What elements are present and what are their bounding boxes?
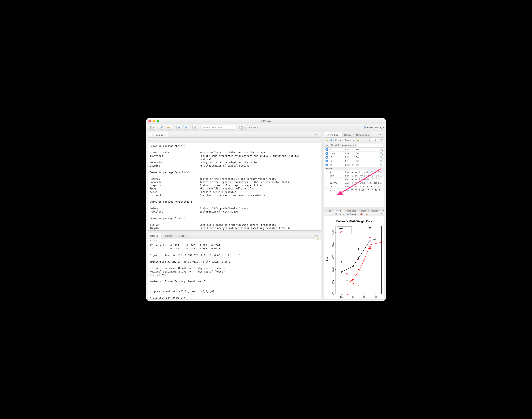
tab-viewer[interactable]: Viewer [368, 210, 380, 212]
env-var-name: z.o4 [329, 152, 344, 155]
plus-circle-icon [150, 126, 152, 129]
inspect-icon[interactable]: 🔍 [380, 160, 383, 162]
tab-help[interactable]: Help [359, 210, 368, 212]
import-dataset-button[interactable]: Import Dataset ▾ [334, 138, 355, 142]
folder-open-icon [167, 126, 170, 129]
dropdown-arrow-icon: ▾ [171, 126, 172, 129]
plot-area: Dobson's Birth Weight Data35373941240026… [324, 216, 384, 300]
env-data-row[interactable]: ▸zzList of 30🔍 [324, 163, 384, 167]
expand-icon[interactable]: ▸ [325, 160, 328, 162]
minimize-pane-icon[interactable] [382, 210, 383, 211]
console-content[interactable]: (Intercept) 0.1231 0.1140 1.080 0.2801 g… [148, 243, 321, 299]
svg-rect-28 [336, 226, 382, 294]
env-scope-button[interactable]: Global Environment ▾ [329, 143, 352, 147]
tab-connections[interactable]: Connections [354, 132, 371, 137]
minimize-pane-icon[interactable] [315, 134, 317, 135]
addins-button[interactable]: Addins ▾ [248, 125, 259, 130]
close-tab-icon[interactable]: × [185, 235, 187, 237]
minimize-pane-icon[interactable] [315, 235, 317, 236]
close-tab-icon[interactable]: × [164, 134, 165, 136]
refresh-icon[interactable] [380, 213, 383, 216]
grid-button[interactable]: ▾ [239, 125, 247, 130]
new-project-button[interactable] [159, 125, 164, 130]
path-arrow-icon[interactable]: ⟹ [153, 239, 157, 242]
tab-plots[interactable]: Plots [334, 210, 344, 212]
minimize-pane-icon[interactable] [379, 134, 381, 135]
tab-jobs[interactable]: Jobs× [177, 233, 189, 238]
new-file-button[interactable]: ▾ [148, 125, 155, 130]
svg-rect-11 [241, 126, 242, 127]
tab-console[interactable]: Console [148, 233, 161, 238]
env-data-row[interactable]: ▸ziList of 30🔍 [324, 159, 384, 163]
clear-all-plots-icon[interactable] [366, 213, 368, 216]
titlebar[interactable]: RStudio [146, 118, 386, 124]
tab-history[interactable]: History [342, 132, 354, 137]
save-workspace-icon[interactable] [329, 139, 332, 142]
project-label: Project: (None) [367, 126, 382, 129]
clear-workspace-icon[interactable] [357, 139, 359, 142]
env-search-input[interactable]: 🔍 [353, 143, 383, 147]
tab-environment[interactable]: Environment [324, 132, 342, 137]
env-value-row[interactable]: dosenum [1:8] 1.69 1.72 1.76 1… [324, 189, 384, 192]
maximize-pane-icon[interactable] [384, 210, 384, 212]
back-arrow-icon[interactable]: ⟸ [149, 139, 152, 141]
env-var-value: Factor w/ 2 levels "1","2"… [345, 178, 383, 181]
close-window-button[interactable] [149, 120, 151, 122]
forward-arrow-icon[interactable]: ⟹ [153, 139, 157, 141]
refresh-icon[interactable] [380, 139, 383, 142]
expand-icon[interactable]: ▸ [325, 148, 328, 151]
env-view-mode-button[interactable]: ≡ List ▾ [369, 138, 379, 142]
maximize-pane-icon[interactable] [318, 134, 320, 136]
print-button[interactable] [192, 125, 198, 130]
maximize-pane-icon[interactable] [381, 134, 383, 136]
env-value-row[interactable]: agenum [1:24] 40 38 40 35 36 … [324, 174, 384, 178]
dropdown-arrow-icon: ▾ [350, 144, 351, 146]
save-all-button[interactable] [183, 125, 189, 130]
expand-icon[interactable]: ▸ [325, 164, 328, 166]
next-plot-icon[interactable]: ⟹ [330, 213, 333, 215]
save-all-icon [185, 126, 188, 129]
env-value-row[interactable]: bFactor w/ 2 levels "1","2"… [324, 178, 384, 181]
save-button[interactable] [176, 125, 182, 130]
tab-packages[interactable]: Packages [344, 210, 359, 212]
popout-icon[interactable] [159, 139, 162, 141]
expand-icon[interactable]: ▸ [325, 152, 328, 155]
tab-files[interactable]: Files [324, 210, 334, 212]
svg-rect-18 [160, 139, 161, 140]
env-data-row[interactable]: ▸zList of 30🔍 [324, 148, 384, 152]
inspect-icon[interactable]: 🔍 [380, 148, 383, 151]
env-var-value: num [1:10] 4.17 5.58 5.18 … [345, 185, 383, 188]
clear-console-icon[interactable] [316, 239, 320, 242]
console-pane: Console Terminal× Jobs× ~/ ⟹ [148, 233, 321, 300]
inspect-icon[interactable]: 🔍 [380, 164, 383, 166]
open-file-button[interactable]: ▾ [166, 125, 173, 130]
env-value-row[interactable]: ctlnum [1:10] 4.17 5.58 5.18 … [324, 185, 384, 189]
remove-plot-icon[interactable] [360, 213, 363, 216]
env-var-name: z0 [329, 156, 344, 159]
goto-file-input[interactable]: ➔ Go to file/function [202, 125, 236, 130]
expand-icon[interactable]: ▸ [325, 156, 328, 159]
prev-plot-icon[interactable]: ⟸ [325, 213, 329, 215]
env-value-row[interactable]: aFactor w/ 3 levels "1","2"… [324, 170, 384, 174]
env-list[interactable]: ▸zList of 30🔍▸z.o4List of 30🔍▸z0List of … [324, 148, 384, 207]
zoom-button[interactable]: Zoom [335, 212, 344, 216]
dropdown-arrow-icon: ▾ [153, 126, 154, 129]
env-data-row[interactable]: ▸z0List of 30🔍 [324, 155, 384, 159]
inspect-icon[interactable]: 🔍 [380, 156, 383, 159]
tab-terminal[interactable]: Terminal× [161, 233, 177, 238]
export-button[interactable]: Export ▾ [345, 212, 359, 216]
close-tab-icon[interactable]: × [173, 235, 174, 237]
source-tab-rdemos[interactable]: R demos × [148, 132, 168, 137]
maximize-window-button[interactable] [157, 120, 159, 122]
svg-rect-13 [241, 128, 242, 128]
load-workspace-icon[interactable] [325, 139, 328, 142]
maximize-pane-icon[interactable] [318, 235, 320, 237]
r-project-icon: R [364, 126, 366, 129]
svg-text:41: 41 [374, 296, 377, 298]
minimize-window-button[interactable] [152, 120, 155, 122]
env-value-row[interactable]: birthwnum [1:24] 2968 2795 3163 … [324, 181, 384, 185]
env-data-row[interactable]: ▸z.o4List of 30🔍 [324, 152, 384, 155]
project-menu[interactable]: R Project: (None) ▾ [364, 126, 384, 129]
inspect-icon[interactable]: 🔍 [380, 152, 383, 155]
source-content[interactable]: Demos in package 'base': error.catching … [148, 143, 321, 230]
